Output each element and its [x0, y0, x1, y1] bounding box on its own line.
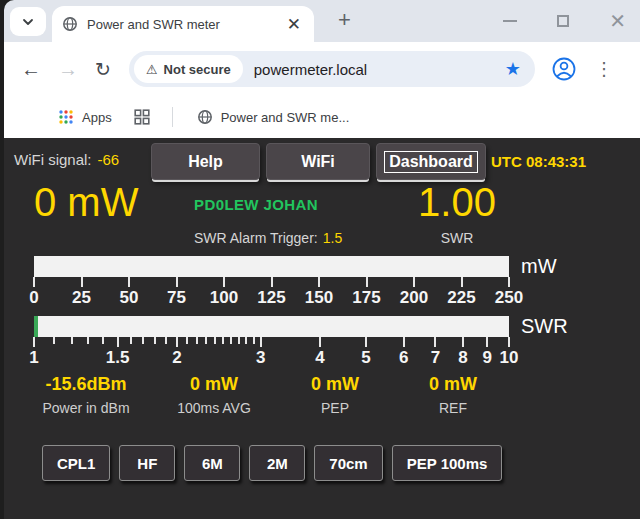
help-button-label: Help: [188, 153, 223, 171]
scale-label: 50: [120, 288, 139, 308]
meter-tick: [462, 337, 464, 347]
globe-icon: [197, 109, 213, 125]
swr-alarm-label: SWR Alarm Trigger:: [194, 230, 318, 246]
70cm-button[interactable]: 70cm: [314, 445, 382, 481]
meter-tick: [413, 277, 415, 287]
scale-label: 8: [458, 348, 467, 368]
stat-label: Power in dBm: [20, 400, 152, 416]
swr-alarm-value: 1.5: [323, 230, 342, 246]
bookmarks-bar: Apps Power and SWR me...: [4, 96, 640, 138]
stat-label: PEP: [269, 400, 401, 416]
dashboard-button[interactable]: Dashboard: [376, 143, 486, 180]
meter-tick: [318, 277, 320, 287]
tab-strip: Power and SWR meter ✕ + ✕: [4, 0, 640, 42]
reload-button[interactable]: ↻: [95, 58, 111, 81]
scale-label: 225: [447, 288, 475, 308]
scale-label: 200: [400, 288, 428, 308]
scale-label: 1: [29, 348, 38, 368]
profile-icon[interactable]: [551, 56, 577, 82]
bookmarks-divider: [172, 107, 173, 127]
meter-tick: [434, 337, 436, 347]
power-readout: 0 mW: [34, 180, 138, 225]
meter-tick: [365, 337, 367, 347]
scale-label: 25: [72, 288, 91, 308]
back-button[interactable]: ←: [21, 58, 41, 81]
swr-meter-fill: [34, 316, 38, 337]
new-tab-button[interactable]: +: [338, 9, 351, 31]
stat-label: 100ms AVG: [148, 400, 280, 416]
bookmark-title: Power and SWR me...: [221, 110, 350, 125]
stat-ref: 0 mW REF: [387, 374, 519, 416]
meter-tick: [222, 337, 224, 344]
security-chip[interactable]: ⚠ Not secure: [134, 55, 243, 83]
browser-tab[interactable]: Power and SWR meter ✕: [52, 6, 314, 42]
meter-tick: [223, 277, 225, 287]
scale-label: 6: [399, 348, 408, 368]
bookmark-star-icon[interactable]: ★: [505, 58, 521, 80]
wifi-button[interactable]: WiFi: [266, 143, 370, 180]
window-close-button[interactable]: ✕: [609, 11, 626, 31]
meter-tick: [102, 337, 104, 344]
swr-readout: 1.00: [407, 180, 507, 225]
meter-tick: [403, 337, 405, 347]
wifi-signal-label: WiFi signal:: [14, 151, 92, 168]
meter-tick: [154, 337, 156, 344]
meter-tick: [71, 337, 73, 344]
tab-search-button[interactable]: [10, 7, 46, 36]
scale-label: 7: [431, 348, 440, 368]
wifi-button-label: WiFi: [301, 153, 335, 171]
stat-avg: 0 mW 100ms AVG: [148, 374, 280, 416]
browser-window: Power and SWR meter ✕ + ✕ ← → ↻ ⚠ Not se…: [4, 0, 640, 519]
forward-button[interactable]: →: [58, 58, 78, 81]
cpl1-button[interactable]: CPL1: [42, 445, 110, 481]
tab-close-icon[interactable]: ✕: [284, 16, 304, 33]
power-meter-scale: 0255075100125150175200225250: [34, 277, 509, 313]
minimize-button[interactable]: [503, 20, 517, 22]
meter-tick: [486, 337, 488, 347]
stat-value: 0 mW: [269, 374, 401, 395]
2m-button[interactable]: 2M: [249, 445, 305, 481]
browser-toolbar: ← → ↻ ⚠ Not secure powermeter.local ★ ⋮: [4, 42, 640, 96]
meter-tick: [142, 337, 144, 344]
meter-tick: [245, 337, 247, 344]
meter-tick: [230, 337, 232, 344]
stat-label: REF: [387, 400, 519, 416]
scale-label: 9: [483, 348, 492, 368]
stat-value: 0 mW: [387, 374, 519, 395]
pep-100ms-button[interactable]: PEP 100ms: [392, 445, 503, 481]
dashboard-button-label: Dashboard: [384, 151, 478, 173]
callsign: PD0LEW JOHAN: [194, 196, 318, 213]
window-controls: ✕: [503, 0, 626, 42]
browser-menu-icon[interactable]: ⋮: [595, 58, 613, 80]
scale-label: 3: [256, 348, 265, 368]
meter-tick: [128, 277, 130, 287]
scale-label: 250: [495, 288, 523, 308]
tab-title: Power and SWR meter: [87, 17, 284, 32]
swr-readout-label: SWR: [407, 230, 507, 246]
apps-shortcut[interactable]: Apps: [58, 109, 112, 125]
meter-tick: [176, 277, 178, 287]
stat-power-dbm: -15.6dBm Power in dBm: [20, 374, 152, 416]
apps-label: Apps: [82, 110, 112, 125]
hf-button[interactable]: HF: [119, 445, 175, 481]
help-button[interactable]: Help: [151, 143, 260, 180]
meter-tick: [214, 337, 216, 344]
power-meter-unit: mW: [521, 255, 557, 278]
meter-tick: [87, 337, 89, 344]
globe-icon: [62, 16, 78, 32]
meter-tick: [253, 337, 255, 344]
security-label: Not secure: [164, 62, 231, 77]
address-bar[interactable]: ⚠ Not secure powermeter.local ★: [129, 51, 535, 87]
meter-tick: [117, 337, 119, 347]
meter-tick: [461, 277, 463, 287]
bookmark-item[interactable]: Power and SWR me...: [197, 109, 350, 125]
meter-tick: [238, 337, 240, 344]
swr-meter-bar: [34, 316, 509, 337]
6m-button[interactable]: 6M: [184, 445, 240, 481]
stat-pep: 0 mW PEP: [269, 374, 401, 416]
reading-list-icon[interactable]: [134, 109, 150, 125]
meter-tick: [205, 337, 207, 344]
maximize-button[interactable]: [557, 15, 569, 27]
chevron-down-icon: [21, 15, 35, 29]
meter-tick: [508, 337, 510, 347]
